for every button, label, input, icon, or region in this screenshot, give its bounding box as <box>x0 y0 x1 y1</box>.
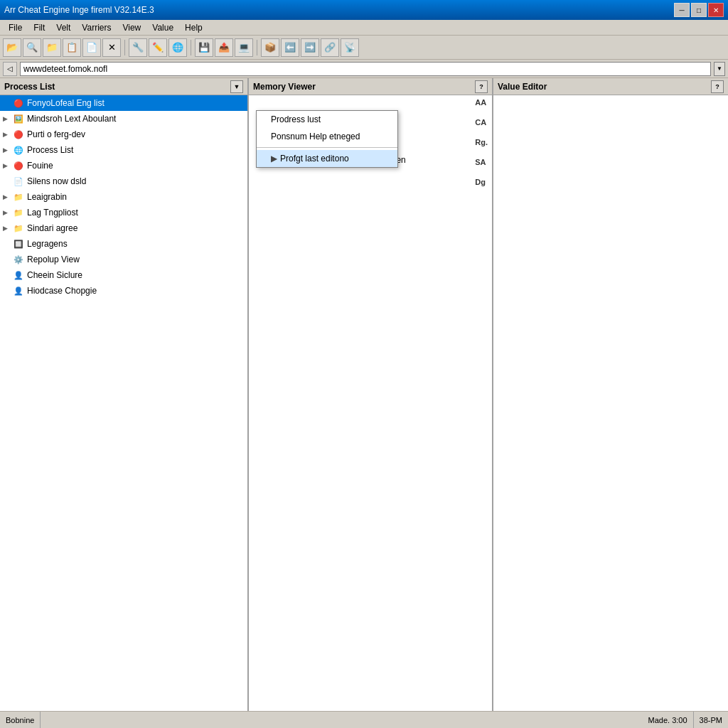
close-button[interactable]: ✕ <box>708 3 724 17</box>
process-label: Fouine <box>27 161 53 171</box>
process-icon: 🖼️ <box>13 113 24 124</box>
title-bar: Arr Cheat Engine Inge fireml V32.14E.3 ─… <box>0 0 728 20</box>
menu-file[interactable]: File <box>3 21 28 34</box>
tb-folder[interactable]: 📁 <box>43 38 61 57</box>
value-panel-button[interactable]: ? <box>711 80 724 93</box>
memory-side-labels: AA CA Rg. SA Dg <box>475 98 488 186</box>
context-menu-item-1[interactable]: Prodress lust <box>257 111 397 128</box>
memory-panel-button[interactable]: ? <box>475 80 488 93</box>
process-panel: Process List ▼ 🔴 FonyoLofeal Eng list ▶ … <box>0 78 249 711</box>
process-item[interactable]: ▶ 🌐 Process List <box>0 142 247 158</box>
process-label: Legragens <box>27 239 68 249</box>
process-label: Mindsroh Lext Aboulant <box>27 114 116 124</box>
tb-new[interactable]: 📄 <box>82 38 101 57</box>
expand-arrow: ▶ <box>3 193 13 200</box>
status-text-left: Bobnine <box>6 716 34 724</box>
tb-settings[interactable]: 🔧 <box>129 38 147 57</box>
process-item[interactable]: ▶ 🖼️ Mindsroh Lext Aboulant <box>0 111 247 127</box>
value-panel: Value Editor ? <box>493 78 728 711</box>
process-icon: ⚙️ <box>13 254 24 265</box>
process-panel-button[interactable]: ▼ <box>230 80 243 93</box>
process-icon: 👤 <box>13 285 24 296</box>
memory-panel: Memory Viewer ? AA CA Rg. SA Dg Freen em… <box>249 78 493 711</box>
tb-copy[interactable]: 📋 <box>63 38 81 57</box>
memory-label-aa: AA <box>475 98 488 107</box>
memory-label-ca: CA <box>475 118 488 127</box>
minimize-button[interactable]: ─ <box>674 3 690 17</box>
menu-help[interactable]: Help <box>179 21 208 34</box>
tb-open[interactable]: 📂 <box>3 38 21 57</box>
tb-arrow-up[interactable]: 📤 <box>215 38 233 57</box>
status-bar: Bobnine Made. 3:00 38-PM <box>0 711 728 728</box>
process-item[interactable]: ⚙️ Repolup View <box>0 252 247 267</box>
process-item[interactable]: 👤 Cheein Siclure <box>0 267 247 283</box>
tb-monitor[interactable]: 💻 <box>235 38 253 57</box>
menu-varriers[interactable]: Varriers <box>76 21 117 34</box>
process-item[interactable]: 📄 Silens now dsld <box>0 173 247 189</box>
context-menu-separator <box>257 147 397 148</box>
tb-edit[interactable]: ✏️ <box>149 38 167 57</box>
tb-back[interactable]: ⬅️ <box>281 38 299 57</box>
process-label: Lag Tngpliost <box>27 208 78 218</box>
menu-value[interactable]: Value <box>146 21 179 34</box>
process-icon: 📁 <box>13 223 24 234</box>
tb-close[interactable]: ✕ <box>102 38 121 57</box>
context-item-label: Ponsnum Help etneged <box>271 132 360 141</box>
expand-arrow: ▶ <box>3 131 13 138</box>
title-text: Arr Cheat Engine Inge fireml V32.14E.3 <box>4 5 154 15</box>
process-icon: 🔴 <box>13 160 24 171</box>
process-icon: 👤 <box>13 269 24 281</box>
process-label: Process List <box>27 145 73 155</box>
memory-panel-title: Memory Viewer <box>253 82 316 92</box>
nav-back-button[interactable]: ◁ <box>3 62 17 76</box>
process-label: Sindari agree <box>27 223 77 233</box>
process-icon: 🌐 <box>13 144 24 156</box>
toolbar: 📂 🔍 📁 📋 📄 ✕ 🔧 ✏️ 🌐 💾 📤 💻 📦 ⬅️ ➡️ 🔗 📡 <box>0 36 728 60</box>
tb-globe[interactable]: 🌐 <box>168 38 187 57</box>
address-input[interactable] <box>20 62 711 76</box>
main-area: Process List ▼ 🔴 FonyoLofeal Eng list ▶ … <box>0 78 728 711</box>
process-item[interactable]: 🔴 FonyoLofeal Eng list <box>0 95 247 111</box>
process-list[interactable]: 🔴 FonyoLofeal Eng list ▶ 🖼️ Mindsroh Lex… <box>0 95 247 711</box>
process-item[interactable]: ▶ 📁 Leaigrabin <box>0 189 247 205</box>
expand-arrow: ▶ <box>3 162 13 169</box>
process-label: Leaigrabin <box>27 192 67 202</box>
process-item[interactable]: ▶ 🔴 Fouine <box>0 158 247 173</box>
tb-search[interactable]: 🔍 <box>23 38 41 57</box>
process-item[interactable]: ▶ 📁 Sindari agree <box>0 220 247 236</box>
menu-velt[interactable]: Velt <box>50 21 76 34</box>
menu-filt[interactable]: Filt <box>28 21 50 34</box>
tb-signal[interactable]: 📡 <box>341 38 359 57</box>
process-icon: 🔴 <box>13 97 24 109</box>
context-menu-item-3[interactable]: ▶ Profgt last editono <box>257 150 397 167</box>
process-panel-title: Process List <box>4 82 55 92</box>
menu-view[interactable]: View <box>117 21 146 34</box>
process-label: Cheein Siclure <box>27 270 82 280</box>
tb-link[interactable]: 🔗 <box>321 38 339 57</box>
expand-arrow: ▶ <box>3 209 13 216</box>
context-menu-item-2[interactable]: Ponsnum Help etneged <box>257 128 397 145</box>
context-item-label: Prodress lust <box>271 114 321 124</box>
toolbar-separator-1 <box>124 40 125 55</box>
maximize-button[interactable]: □ <box>691 3 707 17</box>
tb-package[interactable]: 📦 <box>261 38 279 57</box>
process-item[interactable]: 👤 Hiodcase Chopgie <box>0 283 247 299</box>
process-label: Repolup View <box>27 255 80 264</box>
process-item[interactable]: ▶ 🔴 Purti o ferg-dev <box>0 127 247 142</box>
address-scroll-button[interactable]: ▼ <box>714 62 725 76</box>
memory-panel-header: Memory Viewer ? <box>249 78 492 95</box>
process-label: Purti o ferg-dev <box>27 129 85 139</box>
tb-forward[interactable]: ➡️ <box>301 38 319 57</box>
submenu-arrow: ▶ <box>271 154 277 164</box>
toolbar-separator-2 <box>191 40 191 55</box>
process-label: Silens now dsld <box>27 176 86 186</box>
process-item[interactable]: 🔲 Legragens <box>0 236 247 252</box>
tb-save[interactable]: 💾 <box>195 38 213 57</box>
value-panel-title: Value Editor <box>498 82 547 92</box>
process-icon: 📄 <box>13 176 24 187</box>
process-panel-header: Process List ▼ <box>0 78 247 95</box>
memory-label-dg: Dg <box>475 178 488 186</box>
process-label: Hiodcase Chopgie <box>27 286 97 296</box>
process-item[interactable]: ▶ 📁 Lag Tngpliost <box>0 205 247 220</box>
status-right: 38-PM <box>694 712 728 728</box>
